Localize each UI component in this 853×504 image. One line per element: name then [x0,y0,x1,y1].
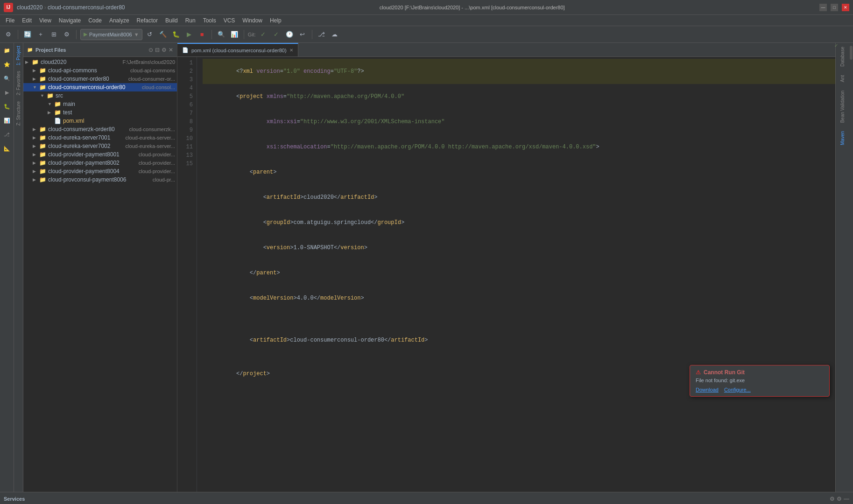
right-panel-strip: Database Ant Bean Validation Maven [835,43,849,492]
tree-item-src[interactable]: ▼ 📁 src [23,91,177,100]
toolbar-expand-btn[interactable]: ⊞ [48,29,59,40]
editor-scrollbar[interactable]: ✓ [849,43,853,492]
folder-icon: 📁 [32,59,39,65]
tree-arrow: ▶ [33,68,39,73]
menu-analyze[interactable]: Analyze [106,16,133,25]
run-panel-toggle[interactable]: ▶ [1,87,13,98]
toolbar-git-push-btn[interactable]: ✓ [271,29,282,40]
title-bar: IJ cloud2020 › cloud-consumerconsul-orde… [0,0,853,15]
toolbar-add-btn[interactable]: + [35,29,46,40]
code-line-2: <project xmlns="http://maven.apache.org/… [203,84,835,109]
toolbar-remote-btn[interactable]: ☁ [329,29,340,40]
profiler-toggle[interactable]: 📊 [1,115,13,126]
tree-item-cloud-eureka-server7002[interactable]: ▶ 📁 cloud-eureka-server7002 cloud-eureka… [23,142,177,150]
project-locate-btn[interactable]: ⊙ [148,47,153,53]
tree-item-cloud-provider-payment8002[interactable]: ▶ 📁 cloud-provider-payment8002 cloud-pro… [23,159,177,167]
services-close-icon[interactable]: — [844,496,849,502]
git-label: Git: [248,32,256,37]
tree-item-cloud-consumer-order80[interactable]: ▶ 📁 cloud-consumer-order80 cloud-consume… [23,75,177,83]
menu-run[interactable]: Run [182,16,199,25]
project-panel-toggle[interactable]: 📁 [1,45,13,56]
tree-item-cloud-provider-payment8004[interactable]: ▶ 📁 cloud-provider-payment8004 cloud-pro… [23,167,177,175]
tree-arrow: ▶ [48,110,54,115]
services-options-icon[interactable]: ⚙ [837,496,842,502]
tree-item-pom-xml[interactable]: ▶ 📄 pom.xml [23,117,177,125]
menu-code[interactable]: Code [85,16,106,25]
menu-edit[interactable]: Edit [18,16,35,25]
vert-tab-structure[interactable]: Z: Structure [15,98,22,128]
folder-icon: 📁 [39,143,46,149]
toolbar-git-revert-btn[interactable]: ↩ [297,29,308,40]
toolbar-build-btn[interactable]: 🔨 [157,29,169,40]
code-editor[interactable]: <?xml version="1.0" encoding="UTF-8"?> <… [197,57,835,492]
menu-file[interactable]: File [2,16,18,25]
right-tab-ant[interactable]: Ant [839,71,846,86]
folder-icon: 📁 [39,134,46,141]
vert-tab-favorites[interactable]: 2: Favorites [15,68,22,98]
folder-icon: 📁 [54,109,61,116]
menu-navigate[interactable]: Navigate [55,16,85,25]
services-settings-icon[interactable]: ⚙ [830,496,835,502]
tree-arrow: ▼ [40,93,47,98]
menu-view[interactable]: View [35,16,55,25]
project-settings-btn[interactable]: ⚙ [162,47,167,53]
tree-item-cloud2020[interactable]: ▶ 📁 cloud2020 F:\JetBrains\cloud2020 [23,58,177,66]
toolbar-settings-btn[interactable]: ⚙ [61,29,72,40]
toolbar-git-history-btn[interactable]: 🕐 [284,29,295,40]
tree-arrow: ▶ [33,161,39,165]
toolbar-stop-btn[interactable]: ■ [197,29,208,40]
toolbar-refresh-btn[interactable]: ↺ [144,29,155,40]
toolbar-debug-btn[interactable]: 🐛 [170,29,182,40]
menu-help[interactable]: Help [266,16,285,25]
toolbar-separator-1 [18,30,18,39]
toolbar-sync-btn[interactable]: 🔄 [22,29,33,40]
tree-item-test[interactable]: ▶ 📁 test [23,108,177,117]
tree-item-cloud-provider-payment8001[interactable]: ▶ 📁 cloud-provider-payment8001 cloud-pro… [23,150,177,159]
configure-link[interactable]: Configure... [724,387,751,392]
debug-panel-toggle[interactable]: 🐛 [1,101,13,112]
toolbar-branches-btn[interactable]: ⎇ [316,29,327,40]
code-line-5: <parent> [203,160,835,185]
vert-tab-project[interactable]: 1: Project [15,43,22,68]
editor-tabs: 📄 pom.xml (cloud-consumerconsul-order80)… [177,43,835,57]
git-toggle[interactable]: ⎇ [1,129,13,140]
toolbar-run-config[interactable]: ⚙ [3,29,14,40]
toolbar-git-check-btn[interactable]: ✓ [258,29,269,40]
tab-close-btn[interactable]: ✕ [289,48,293,53]
menu-refactor[interactable]: Refactor [133,16,162,25]
favorites-toggle[interactable]: ⭐ [1,59,13,70]
right-tab-database[interactable]: Database [839,43,846,70]
toolbar-search-everywhere-btn[interactable]: 🔍 [216,29,227,40]
project-panel: 📁 Project Files ⊙ ⊟ ⚙ ✕ ▶ 📁 cloud2020 F:… [23,43,177,492]
tree-item-cloud-eureka-server7001[interactable]: ▶ 📁 cloud-eureka-server7001 cloud-eureka… [23,133,177,142]
tree-item-cloud-consumerzk-order80[interactable]: ▶ 📁 cloud-consumerzk-order80 cloud-consu… [23,125,177,133]
tree-item-cloud-consumerconsul-order80[interactable]: ▼ 📁 cloud-consumerconsul-order80 cloud-c… [23,83,177,91]
code-line-10: <modelVersion>4.0.0</modelVersion> [203,286,835,311]
tree-item-cloud-api-commons[interactable]: ▶ 📁 cloud-api-commons cloud-api-commons [23,66,177,75]
tree-item-main[interactable]: ▼ 📁 main [23,100,177,108]
tree-arrow: ▶ [33,177,39,182]
editor-tab-pom-xml[interactable]: 📄 pom.xml (cloud-consumerconsul-order80)… [177,43,298,56]
menu-window[interactable]: Window [239,16,266,25]
right-tab-maven[interactable]: Maven [839,127,846,149]
project-close-panel-btn[interactable]: ✕ [169,47,173,53]
menu-build[interactable]: Build [162,16,182,25]
menu-tools[interactable]: Tools [199,16,220,25]
toolbar-run-btn[interactable]: ▶ [183,29,195,40]
tree-item-cloud-provconsul-payment8006[interactable]: ▶ 📁 cloud-provconsul-payment8006 cloud-p… [23,175,177,184]
tree-arrow: ▶ [33,169,39,174]
run-config-dropdown[interactable]: ▶ PaymentMain8006 ▼ [80,29,142,40]
right-tab-bean-validation[interactable]: Bean Validation [839,87,846,126]
folder-icon: 📁 [39,176,46,183]
structure-toggle[interactable]: 📐 [1,143,13,154]
minimize-button[interactable]: — [819,4,827,11]
find-toggle[interactable]: 🔍 [1,73,13,84]
maximize-button[interactable]: □ [831,4,838,11]
close-button[interactable]: ✕ [842,4,849,11]
menu-vcs[interactable]: VCS [220,16,239,25]
toolbar-profile-btn[interactable]: 📊 [229,29,240,40]
project-collapse-btn[interactable]: ⊟ [155,47,160,53]
download-link[interactable]: Download [696,387,719,392]
folder-icon: 📁 [39,126,46,133]
folder-icon: 📁 [39,76,46,82]
